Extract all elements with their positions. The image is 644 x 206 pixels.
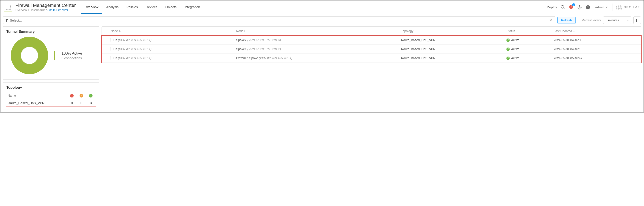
- nav-tab-integration[interactable]: Integration: [180, 1, 204, 14]
- col-node-a[interactable]: Node A: [108, 27, 234, 36]
- cell-node-b: Spoke1 (VPN IP: 209.165.201.2): [234, 45, 399, 54]
- breadcrumb-current[interactable]: Site to Site VPN: [48, 8, 68, 12]
- legend-text: 100% Active 3 connections: [62, 51, 82, 60]
- cell-topology: Route_Based_HnS_VPN: [399, 36, 504, 45]
- nav-tab-overview[interactable]: Overview: [81, 1, 102, 14]
- chevron-down-icon: [606, 7, 608, 8]
- svg-point-10: [16, 42, 43, 69]
- tunnel-donut-chart: [11, 37, 48, 74]
- cell-status: ✓Active: [504, 36, 552, 45]
- topology-row-up: 3: [86, 99, 96, 107]
- down-icon: –: [70, 94, 74, 98]
- cell-node-a: Hub (VPN IP: 209.165.201.1): [108, 54, 234, 63]
- table-row[interactable]: Hub (VPN IP: 209.165.201.1) Spoke2 (VPN …: [102, 36, 641, 45]
- user-menu[interactable]: admin: [594, 5, 609, 9]
- col-last-updated[interactable]: Last Updated▲: [552, 27, 641, 36]
- active-percent: 100% Active: [62, 51, 82, 56]
- topology-col-name: Name: [6, 92, 67, 99]
- topology-col-warn: ?: [77, 92, 86, 99]
- svg-line-1: [564, 8, 565, 9]
- cisco-secure-brand: cisco SECURE: [612, 4, 640, 11]
- cell-status: ✓Active: [504, 54, 552, 63]
- col-status[interactable]: Status: [504, 27, 552, 36]
- app-logo: [4, 3, 12, 12]
- topology-row-name: Route_Based_HnS_VPN: [6, 99, 67, 107]
- cell-status: ✓Active: [504, 45, 552, 54]
- cell-node-b: Extranet_Spoke (VPN IP: 209.165.201.1): [234, 54, 399, 63]
- cell-topology: Route_Based_HnS_VPN: [399, 45, 504, 54]
- svg-point-5: [579, 7, 580, 8]
- deploy-button[interactable]: Deploy: [547, 5, 557, 9]
- breadcrumb: Overview / Dashboards / Site to Site VPN: [16, 8, 76, 12]
- topology-title: Topology: [6, 86, 96, 90]
- nav-tab-analysis[interactable]: Analysis: [102, 1, 122, 14]
- tunnel-table-panel: Node A Node B Topology Status Last Updat…: [102, 27, 641, 63]
- secure-label: SECURE: [624, 5, 640, 9]
- pause-icon: [636, 19, 638, 22]
- cell-last-updated: 2024-05-31 05:46:47: [552, 54, 641, 63]
- cell-node-a: Hub (VPN IP: 209.165.201.1): [108, 45, 234, 54]
- col-node-b[interactable]: Node B: [234, 27, 399, 36]
- svg-rect-3: [571, 6, 572, 7]
- connection-count: 3 connections: [62, 56, 82, 60]
- app-header: Firewall Management Center Overview / Da…: [0, 1, 644, 14]
- tunnel-table: Node A Node B Topology Status Last Updat…: [102, 27, 641, 63]
- help-icon[interactable]: ?: [586, 5, 590, 10]
- tunnel-summary-panel: Tunnel Summary 100% Active 3 connections: [3, 27, 99, 80]
- legend-bar: [54, 51, 56, 60]
- nav-tab-devices[interactable]: Devices: [142, 1, 161, 14]
- filter-input-wrap[interactable]: ✕: [3, 16, 555, 24]
- nav-tab-objects[interactable]: Objects: [161, 1, 180, 14]
- svg-rect-4: [571, 8, 572, 8]
- filter-icon: [5, 19, 8, 22]
- nav-tabs: Overview Analysis Policies Devices Objec…: [81, 1, 204, 14]
- up-icon: ✓: [89, 94, 92, 98]
- topology-col-down: –: [67, 92, 77, 99]
- app-title: Firewall Management Center: [16, 3, 76, 8]
- cell-topology: Route_Based_HnS_VPN: [399, 54, 504, 63]
- topology-panel: Topology Name – ? ✓ Route_Based_HnS_VPN …: [3, 82, 99, 110]
- tunnel-summary-title: Tunnel Summary: [6, 30, 96, 34]
- title-block: Firewall Management Center Overview / Da…: [16, 3, 76, 12]
- alert-button[interactable]: 1: [569, 5, 574, 10]
- cisco-label: cisco: [616, 8, 622, 10]
- cell-node-a: Hub (VPN IP: 209.165.201.1): [108, 36, 234, 45]
- active-icon: ✓: [506, 39, 510, 42]
- pause-button[interactable]: [634, 17, 641, 24]
- refresh-every-label: Refresh every: [582, 19, 601, 22]
- filter-input[interactable]: [10, 19, 548, 22]
- col-topology[interactable]: Topology: [399, 27, 504, 36]
- gear-icon[interactable]: [577, 5, 582, 10]
- clear-filter-button[interactable]: ✕: [548, 18, 553, 23]
- svg-point-0: [561, 5, 564, 8]
- topology-row-warn: 0: [77, 99, 86, 107]
- topology-table: Name – ? ✓ Route_Based_HnS_VPN 0 0 3: [6, 92, 96, 107]
- table-row[interactable]: Hub (VPN IP: 209.165.201.1) Extranet_Spo…: [102, 54, 641, 63]
- user-label: admin: [595, 5, 604, 9]
- active-icon: ✓: [506, 48, 510, 51]
- topology-row-down: 0: [67, 99, 77, 107]
- table-row[interactable]: Hub (VPN IP: 209.165.201.1) Spoke1 (VPN …: [102, 45, 641, 54]
- left-column: Tunnel Summary 100% Active 3 connections…: [3, 27, 99, 110]
- topology-col-up: ✓: [86, 92, 96, 99]
- sort-asc-icon: ▲: [573, 30, 575, 33]
- cell-last-updated: 2024-05-31 04:46:15: [552, 45, 641, 54]
- filter-bar: ✕ Refresh Refresh every 5 minutes: [0, 14, 644, 26]
- svg-text:?: ?: [587, 6, 589, 9]
- refresh-button[interactable]: Refresh: [558, 17, 576, 24]
- active-icon: ✓: [506, 57, 510, 60]
- breadcrumb-prefix: Overview / Dashboards /: [16, 8, 48, 12]
- refresh-interval-select[interactable]: 5 minutes: [603, 17, 631, 24]
- cell-last-updated: 2024-05-31 04:46:00: [552, 36, 641, 45]
- search-icon[interactable]: [560, 5, 565, 10]
- svg-rect-9: [638, 19, 638, 22]
- refresh-interval-value: 5 minutes: [606, 19, 619, 22]
- svg-rect-8: [636, 19, 637, 22]
- warn-icon: ?: [80, 94, 83, 98]
- cell-node-b: Spoke2 (VPN IP: 209.165.201.3): [234, 36, 399, 45]
- header-actions: Deploy 1 ? admin cisco SECURE: [547, 4, 640, 11]
- nav-tab-policies[interactable]: Policies: [122, 1, 142, 14]
- content-area: Tunnel Summary 100% Active 3 connections…: [0, 26, 644, 112]
- alert-count-badge: 1: [572, 3, 575, 6]
- topology-row[interactable]: Route_Based_HnS_VPN 0 0 3: [6, 99, 96, 107]
